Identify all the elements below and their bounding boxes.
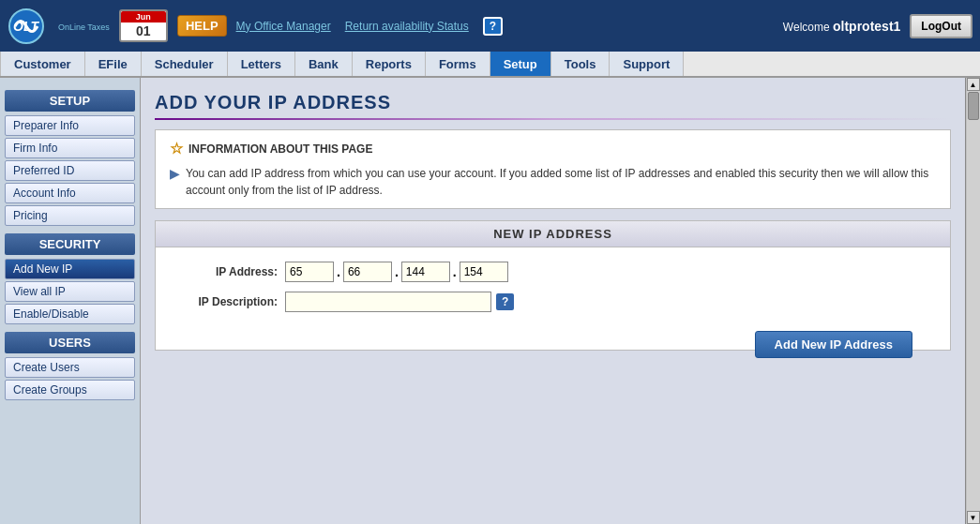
sidebar-item-preparer-info[interactable]: Preparer Info: [5, 115, 135, 136]
new-ip-box: NEW IP ADDRESS IP Address: . . .: [155, 220, 951, 351]
setup-section-header: SETUP: [5, 90, 135, 112]
office-manager-link[interactable]: My Office Manager: [236, 20, 331, 33]
scrollbar-up-button[interactable]: ▲: [967, 78, 980, 91]
info-arrow-row: ▶ You can add IP address from which you …: [170, 165, 936, 199]
sidebar-item-create-groups[interactable]: Create Groups: [5, 380, 135, 400]
logo-text: OnLine Taxes: [58, 21, 110, 32]
navbar: CustomerEFileSchedulerLettersBankReports…: [0, 52, 980, 78]
ip-octet-4-input[interactable]: [460, 262, 508, 282]
nav-tab-customer[interactable]: Customer: [0, 52, 85, 76]
logo-area: OLT OnLine Taxes: [8, 7, 110, 46]
ip-description-input[interactable]: [285, 292, 491, 312]
online-taxes-label: OnLine Taxes: [58, 22, 110, 32]
ip-octet-3-input[interactable]: [401, 262, 450, 282]
page-title-area: ADD YOUR IP ADDRESS: [155, 92, 951, 120]
nav-tab-setup[interactable]: Setup: [490, 52, 551, 76]
scrollbar-down-button[interactable]: ▼: [967, 511, 980, 524]
nav-tab-efile[interactable]: EFile: [85, 52, 142, 76]
ip-address-row: IP Address: . . .: [174, 262, 931, 282]
title-divider: [155, 118, 951, 120]
ip-description-label: IP Description:: [174, 295, 278, 308]
calendar-day: 01: [127, 23, 160, 38]
ip-octet-2-input[interactable]: [343, 262, 392, 282]
ip-octet-1-input[interactable]: [285, 262, 334, 282]
sidebar: SETUP Preparer Info Firm Info Preferred …: [0, 78, 141, 524]
new-ip-form: IP Address: . . . IP Description:: [156, 247, 950, 350]
olt-logo-icon: OLT: [8, 7, 53, 46]
add-new-ip-button[interactable]: Add New IP Address: [755, 331, 912, 358]
new-ip-section-header: NEW IP ADDRESS: [156, 221, 950, 247]
main-layout: SETUP Preparer Info Firm Info Preferred …: [0, 78, 980, 524]
sidebar-item-firm-info[interactable]: Firm Info: [5, 138, 135, 158]
description-help-button[interactable]: ?: [496, 293, 514, 310]
ip-address-label: IP Address:: [174, 265, 278, 278]
ip-description-row: IP Description: ?: [174, 292, 931, 312]
info-arrow-icon: ▶: [170, 166, 180, 181]
logout-button[interactable]: LogOut: [910, 14, 972, 38]
nav-tab-scheduler[interactable]: Scheduler: [142, 52, 228, 76]
username-display: oltprotest1: [833, 19, 900, 34]
sidebar-item-preferred-id[interactable]: Preferred ID: [5, 160, 135, 181]
nav-tab-letters[interactable]: Letters: [228, 52, 295, 76]
scrollbar-track: [967, 91, 980, 511]
help-icon-area: HELP: [177, 15, 227, 37]
ip-dot-3: .: [452, 264, 458, 279]
ip-dot-1: .: [336, 264, 341, 279]
nav-tab-bank[interactable]: Bank: [295, 52, 353, 76]
svg-text:OLT: OLT: [13, 19, 39, 34]
nav-tab-tools[interactable]: Tools: [551, 52, 611, 76]
sidebar-item-add-new-ip[interactable]: Add New IP: [5, 259, 135, 279]
help-button[interactable]: HELP: [177, 15, 227, 37]
content-area: ADD YOUR IP ADDRESS ☆ INFORMATION ABOUT …: [141, 78, 965, 524]
scrollbar-thumb[interactable]: [968, 92, 979, 120]
users-section-header: USERS: [5, 332, 135, 353]
sidebar-item-view-all-ip[interactable]: View all IP: [5, 281, 135, 302]
sidebar-item-create-users[interactable]: Create Users: [5, 357, 135, 378]
page-title: ADD YOUR IP ADDRESS: [155, 92, 951, 113]
nav-tab-reports[interactable]: Reports: [353, 52, 426, 76]
sidebar-item-pricing[interactable]: Pricing: [5, 205, 135, 226]
info-box-header: ☆ INFORMATION ABOUT THIS PAGE: [170, 140, 936, 157]
ip-dot-2: .: [394, 264, 400, 279]
nav-tab-forms[interactable]: Forms: [426, 52, 490, 76]
scrollbar: ▲ ▼: [965, 78, 980, 524]
header: OLT OnLine Taxes Jun 01 HELP My Office M…: [0, 0, 980, 52]
nav-tab-support[interactable]: Support: [610, 52, 684, 76]
info-body-text: You can add IP address from which you ca…: [186, 165, 936, 199]
calendar-month: Jun: [121, 11, 166, 22]
info-box-title: INFORMATION ABOUT THIS PAGE: [188, 142, 372, 156]
security-section-header: SECURITY: [5, 233, 135, 255]
header-links: My Office Manager Return availability St…: [236, 17, 774, 36]
ip-inputs: . . .: [285, 262, 508, 282]
info-box: ☆ INFORMATION ABOUT THIS PAGE ▶ You can …: [155, 129, 951, 209]
welcome-area: Welcome oltprotest1: [783, 19, 900, 34]
help-question-badge[interactable]: ?: [483, 17, 503, 36]
add-ip-button-row: Add New IP Address: [174, 322, 931, 336]
return-availability-link[interactable]: Return availability Status: [345, 20, 469, 33]
welcome-text: Welcome: [783, 21, 830, 34]
sidebar-item-account-info[interactable]: Account Info: [5, 183, 135, 203]
sidebar-item-enable-disable[interactable]: Enable/Disable: [5, 304, 135, 324]
calendar-icon[interactable]: Jun 01: [119, 9, 168, 42]
info-star-icon: ☆: [170, 140, 183, 157]
